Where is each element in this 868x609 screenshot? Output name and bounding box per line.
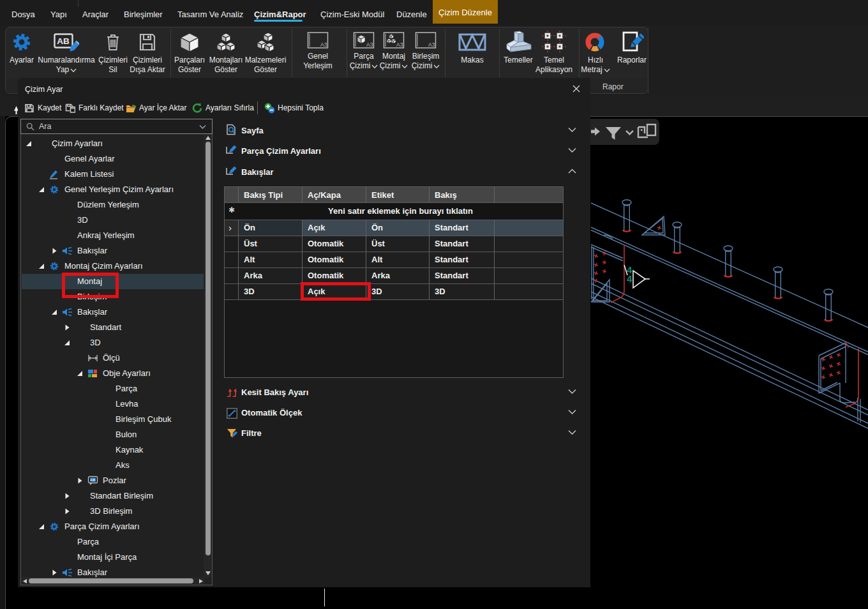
svg-text:A3: A3 [366, 41, 373, 48]
svg-text:AB: AB [57, 36, 70, 46]
svg-text:AB: AB [91, 478, 96, 482]
svg-text:4: 4 [627, 273, 632, 284]
svg-text:A3: A3 [320, 41, 327, 48]
svg-text:A3: A3 [428, 41, 435, 48]
svg-text:A3: A3 [396, 41, 403, 48]
